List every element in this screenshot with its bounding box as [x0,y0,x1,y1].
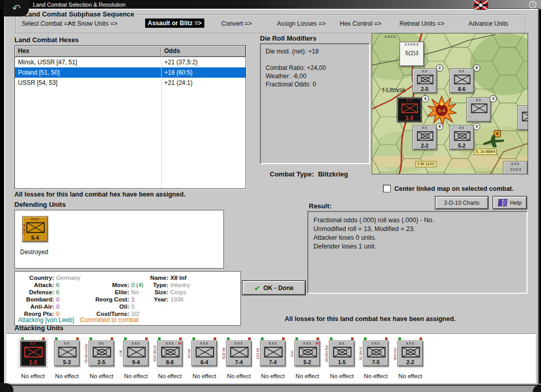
unit-counter[interactable]: 7th Mech Div XX 2-5 [89,341,114,366]
map-stack-badge: 8 [473,64,480,72]
attacking-unit[interactable]: 4th Mot Div XX 1-5 No effect [326,334,357,383]
table-row[interactable]: USSR [54, 53] +21 (24:1) [15,78,246,88]
unit-counter[interactable]: 4th Mot Div XX 1-5 [329,341,355,366]
unit-counter[interactable]: XLVI Mech XXX R 8-6 [157,341,183,366]
attacking-units-strip: XX 1-3 No effect XX 5-3 No effect 7th [6,333,536,383]
committed-status: Committed to combat [80,316,138,324]
explosion-value: 5-4 [438,108,446,113]
unit-counter[interactable]: Kiel XXX R 5-2 [294,341,320,366]
linked-map[interactable]: XXXX XXXXX 5(2)3 XX 2-5 XX 8-6 t-Litovsk… [372,33,528,174]
step-advance-units: Advance Units [468,20,508,27]
unit-counter[interactable]: XII Inf XXX 6-4 [191,341,217,366]
attacking-unit[interactable]: Kiel XXX R 5-2 No effect [292,334,323,383]
land-combat-window: Land Combat Subphase Sequence Select Com… [4,9,539,385]
infantry-symbol [24,347,43,358]
die-mod-net: Die mod. (net): +18 [266,47,364,56]
map-stack-badge: 3 [473,123,480,130]
combat-effect-label: No effect [392,373,429,379]
column-header-hex[interactable]: Hex [15,46,161,57]
status-dot-red [111,337,113,340]
map-unit-ss[interactable]: XX 1-3 [397,97,422,122]
combat-effect-label: No effect [83,373,120,379]
infantry-symbol [471,103,487,113]
subphase-sequence-title: Land Combat Subphase Sequence [22,10,137,18]
status-dot-red [385,337,388,340]
ok-done-button[interactable]: ✔ OK - Done [242,280,306,295]
unit-counter[interactable]: XX 5-3 [54,341,80,366]
attacking-unit[interactable]: XL Mech XXX 7-5 No effect [360,334,391,383]
unit-counter[interactable]: XL Mech XXX 7-5 [363,341,389,366]
infantry-symbol [230,347,249,358]
window-title: Land Combat Selection & Resolution [33,2,126,8]
check-icon: ✔ [254,284,260,292]
attacking-unit[interactable]: 1 Inf XXX 9-4 No effect [120,334,151,383]
map-unit[interactable]: XX [466,97,491,122]
combat-effect-label: No effect [48,373,85,379]
status-dot-green [193,337,195,340]
table-row-selected[interactable]: Poland [51, 50] +18 (60:5) [15,67,246,78]
attacking-unit[interactable]: XX 5-3 No effect [51,334,82,383]
attacking-status: Attacking [von Leeb] [18,316,74,324]
unit-counter[interactable]: XLIII Inf XXX 7-4 [226,341,252,366]
map-unit[interactable]: XX 2-5 [412,68,437,93]
map-unit[interactable]: XX 5-2 [449,125,474,150]
charts-button[interactable]: 2-D-10 Charts [435,196,488,209]
status-dot-red [248,337,251,340]
die-roll-modifiers-panel: Die mod. (net): +18 Combat Ratio: +24,00… [260,43,370,164]
result-panel: Fractional odds (.000) roll was (.000) -… [307,211,528,294]
cell-odds: +21 (37,5:2) [161,57,246,67]
infantry-symbol [522,112,528,121]
attacking-unit[interactable]: LXII Inf XXX 7-4 No effect [257,334,288,383]
combat-effect-label: No effect [14,373,51,379]
column-header-odds[interactable]: Odds [161,46,246,57]
defending-unit-counter[interactable]: xxxx 2nd Inf 5-4 [22,216,48,242]
combat-effect-label: No effect [151,373,188,379]
infantry-symbol [26,222,45,233]
mech-symbol [417,75,433,84]
status-dot-green [398,337,401,340]
unit-counter[interactable]: XX 1-3 [20,341,46,366]
status-dot-red [145,337,148,340]
clock-icon [528,1,537,9]
infantry-symbol [58,347,77,358]
column-divider [161,57,162,188]
mech-symbol [161,347,180,358]
status-dot-green [330,337,333,340]
combat-effect-label: No effect [289,373,326,379]
back-button[interactable]: ↶ [4,0,29,16]
table-row[interactable]: Minsk, USSR [47, 51] +21 (37,5:2) [15,57,246,67]
status-dot-green [55,337,58,340]
unit-counter[interactable]: 1 Inf XXX 9-4 [123,341,149,366]
unit-counter[interactable]: LXII Inf XXX 7-4 [260,341,286,366]
map-unit-hq[interactable]: XXXXX 5(2)3 [399,42,424,66]
status-dot-red [282,337,285,340]
air-unit-label: 5, Ju 88A4 [474,149,497,155]
status-dot-green [261,337,264,340]
back-arrow-icon: ↶ [12,3,21,13]
step-retreat-units: Retreat Units => [399,20,444,27]
table-header: Hex Odds [15,46,246,57]
map-unit[interactable]: XX 2-2 [412,125,437,150]
help-button[interactable]: Help [493,196,527,209]
cell-hex: Minsk, USSR [47, 51] [15,57,161,67]
combat-effect-label: No effect [357,373,394,379]
infantry-symbol [264,347,283,358]
attacking-unit[interactable]: Bremen XXX 2-2 No effect [395,334,426,383]
status-dot-red [420,337,422,340]
losses-assigned-message: All losses for this land combat hex have… [14,191,185,198]
help-book-icon [498,199,507,206]
step-select-combat: Select Combat => [22,20,71,27]
center-map-checkbox[interactable] [383,185,391,192]
combat-effect-label: No effect [220,373,257,379]
attacking-unit[interactable]: XLIII Inf XXX 7-4 No effect [223,334,254,383]
attacking-unit[interactable]: XLVI Mech XXX R 8-6 No effect [154,334,185,383]
map-unit[interactable]: XX 8-6 [449,68,474,93]
map-stack-badge: 2 [436,64,443,72]
result-title: Result: [309,202,331,210]
map-size-label: XXXX [510,168,522,171]
attacking-unit[interactable]: XX 1-3 No effect [18,334,48,383]
unit-counter[interactable]: Bremen XXX 2-2 [397,341,423,366]
attacking-unit[interactable]: XII Inf XXX 6-4 No effect [189,334,220,383]
flag-icon [474,1,488,10]
attacking-unit[interactable]: 7th Mech Div XX 2-5 No effect [86,334,117,383]
